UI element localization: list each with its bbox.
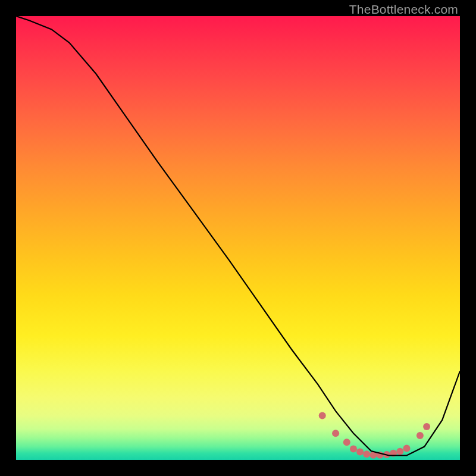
marker-dot (332, 430, 339, 437)
marker-dot (350, 445, 357, 452)
marker-dot (343, 439, 350, 446)
marker-dot (403, 445, 411, 452)
marker-dot (370, 452, 377, 459)
marker-dot (363, 450, 370, 458)
marker-dot (377, 452, 384, 459)
marker-dot (356, 449, 364, 456)
marker-flat-region (319, 412, 430, 458)
chart-stage: TheBottleneck.com (0, 0, 476, 476)
marker-dot (396, 448, 403, 455)
curve-svg (16, 16, 460, 460)
marker-dot (383, 451, 390, 458)
watermark-text: TheBottleneck.com (349, 2, 458, 17)
marker-dot (319, 412, 326, 419)
bottleneck-curve-line (16, 16, 460, 456)
marker-dot (390, 450, 397, 457)
marker-dot (423, 423, 430, 430)
marker-dot (416, 432, 424, 439)
plot-area (16, 16, 460, 460)
